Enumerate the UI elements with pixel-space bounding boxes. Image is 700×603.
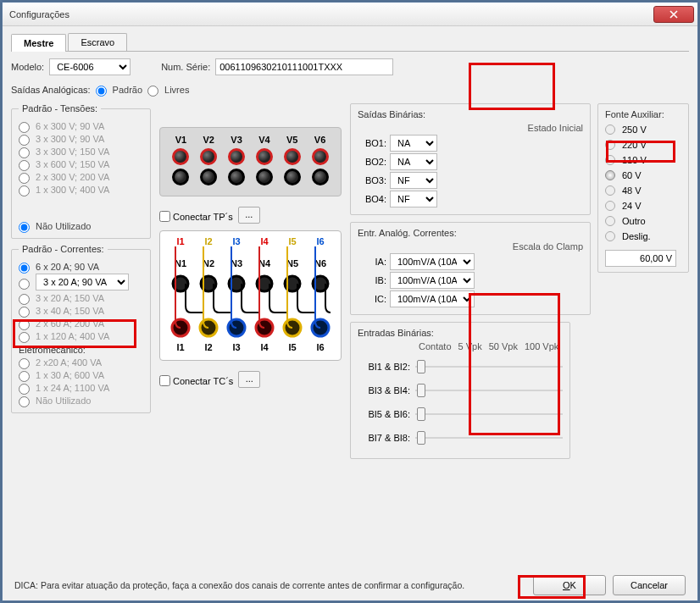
content-area: Mestre Escravo Modelo: CE-6006 Num. Séri… <box>3 26 697 600</box>
model-label: Modelo: <box>11 62 44 72</box>
corr-opt-3[interactable]: 3 x 40 A; 150 VA <box>19 305 143 316</box>
bi-legend: Entradas Binárias: <box>358 328 563 338</box>
svg-text:N1: N1 <box>175 258 186 268</box>
svg-text:I1: I1 <box>176 342 184 352</box>
analog-livres[interactable]: Livres <box>147 84 189 95</box>
radio-icon <box>605 155 615 165</box>
svg-text:I6: I6 <box>316 236 324 246</box>
tabs: Mestre Escravo <box>11 33 689 52</box>
correntes-group: Padrão - Correntes: 6 x 20 A; 90 VA 3 x … <box>11 244 151 413</box>
serial-input[interactable] <box>215 58 393 75</box>
svg-text:I5: I5 <box>288 342 296 352</box>
corr-opt-5[interactable]: 1 x 120 A; 400 VA <box>19 330 143 341</box>
bi78-slider[interactable] <box>415 429 563 446</box>
svg-text:I5: I5 <box>288 236 296 246</box>
corr-opt-2[interactable]: 3 x 20 A; 150 VA <box>19 292 143 303</box>
window-title: Configurações <box>6 9 653 19</box>
conectar-tp[interactable]: Conectar TP´s <box>159 209 233 222</box>
tens-opt-1[interactable]: 3 x 300 V; 90 VA <box>19 133 143 144</box>
radio-icon <box>605 216 615 226</box>
conectar-tc[interactable]: Conectar TC´s <box>159 373 233 386</box>
svg-text:I2: I2 <box>204 236 212 246</box>
fa-opt-0[interactable]: 250 V <box>605 124 681 135</box>
current-diagram: I1I2I3I4I5I6 N1N2N3N4N5N6 I1I2I3I4I5I6 <box>159 230 342 361</box>
tensoes-legend: Padrão - Tensões: <box>19 103 101 113</box>
svg-text:N4: N4 <box>258 258 271 268</box>
tc-more-button[interactable]: ... <box>238 371 260 388</box>
serial-label: Num. Série: <box>161 62 210 72</box>
fa-opt-2[interactable]: 110 V <box>605 155 681 165</box>
tab-escravo[interactable]: Escravo <box>68 33 127 51</box>
elec-opt-1[interactable]: 1 x 30 A; 600 VA <box>19 369 143 380</box>
ok-button[interactable]: OK <box>533 575 606 595</box>
tens-opt-4[interactable]: 2 x 300 V; 200 VA <box>19 171 143 182</box>
fa-opt-6[interactable]: Outro <box>605 216 681 226</box>
fa-voltage-input[interactable] <box>605 250 676 267</box>
svg-text:I3: I3 <box>232 342 240 352</box>
titlebar: Configurações <box>3 3 697 26</box>
svg-text:I6: I6 <box>316 342 324 352</box>
bi12-slider[interactable] <box>415 358 563 375</box>
tens-opt-2[interactable]: 3 x 300 V; 150 VA <box>19 146 143 157</box>
ic-select[interactable]: 100mV/A (10A) <box>390 290 475 307</box>
corr-opt-0[interactable]: 6 x 20 A; 90 VA <box>19 261 143 272</box>
svg-text:I4: I4 <box>260 236 269 246</box>
voltage-diagram: V1V2V3V4V5V6 <box>159 127 342 196</box>
svg-text:I4: I4 <box>260 342 269 352</box>
svg-text:N6: N6 <box>314 258 326 268</box>
tab-mestre[interactable]: Mestre <box>11 34 66 52</box>
fa-opt-5[interactable]: 24 V <box>605 201 681 211</box>
elec-opt-0[interactable]: 2 x20 A; 400 VA <box>19 357 143 368</box>
corr-opt-1[interactable]: 3 x 20 A; 90 VA <box>19 274 143 290</box>
fa-opt-7[interactable]: Deslig. <box>605 231 681 241</box>
svg-text:I3: I3 <box>232 236 240 246</box>
bo-legend: Saídas Binárias: <box>358 109 583 119</box>
radio-icon <box>605 140 615 150</box>
tensoes-group: Padrão - Tensões: 6 x 300 V; 90 VA 3 x 3… <box>11 103 151 239</box>
elec-opt-2[interactable]: 1 x 24 A; 1100 VA <box>19 382 143 393</box>
tens-opt-0[interactable]: 6 x 300 V; 90 VA <box>19 120 143 131</box>
analog-padrao[interactable]: Padrão <box>96 84 142 95</box>
close-button[interactable] <box>653 6 694 23</box>
bo3-select[interactable]: NF <box>390 172 437 189</box>
radio-icon <box>605 201 615 211</box>
fa-legend: Fonte Auxiliar: <box>605 109 681 119</box>
bo2-select[interactable]: NA <box>390 153 437 170</box>
bo-group: Saídas Binárias: Estado Inicial BO1:NA B… <box>350 103 591 215</box>
svg-text:I2: I2 <box>204 342 212 352</box>
analog-out-label: Saídas Analógicas: <box>11 85 91 95</box>
bi56-slider[interactable] <box>415 406 563 423</box>
radio-icon <box>605 231 615 241</box>
clamp-group: Entr. Analóg. Correntes: Escala do Clamp… <box>350 222 591 315</box>
corr-nao-util[interactable]: Não Utilizado <box>19 395 143 406</box>
clamp-sub: Escala do Clamp <box>358 241 583 252</box>
svg-text:N3: N3 <box>231 258 242 268</box>
fa-opt-3[interactable]: 60 V <box>605 170 681 180</box>
model-select[interactable]: CE-6006 <box>49 58 131 75</box>
close-icon <box>669 10 678 19</box>
tens-nao-util[interactable]: Não Utilizado <box>19 220 143 231</box>
correntes-legend: Padrão - Correntes: <box>19 244 108 254</box>
ia-select[interactable]: 100mV/A (10A) <box>390 253 475 270</box>
clamp-legend: Entr. Analóg. Correntes: <box>358 228 583 238</box>
radio-icon <box>605 185 615 196</box>
svg-text:N2: N2 <box>203 258 214 268</box>
tens-opt-3[interactable]: 3 x 600 V; 150 VA <box>19 158 143 169</box>
bo-sub: Estado Inicial <box>358 123 583 133</box>
svg-text:N5: N5 <box>286 258 298 268</box>
ib-select[interactable]: 100mV/A (10A) <box>390 272 475 289</box>
bi34-slider[interactable] <box>415 382 563 399</box>
radio-icon <box>605 124 615 135</box>
corr-opt-4[interactable]: 2 x 60 A; 200 VA <box>19 318 143 329</box>
elec-label: Eletromecânico: <box>19 345 143 355</box>
bo1-select[interactable]: NA <box>390 135 437 152</box>
tp-more-button[interactable]: ... <box>238 207 260 224</box>
tens-opt-5[interactable]: 1 x 300 V; 400 VA <box>19 184 143 195</box>
fa-opt-1[interactable]: 220 V <box>605 140 681 150</box>
radio-icon <box>605 170 615 180</box>
hint-text: DICA: Para evitar atuação da proteção, f… <box>14 580 526 590</box>
svg-text:I1: I1 <box>176 236 184 246</box>
fa-opt-4[interactable]: 48 V <box>605 185 681 196</box>
bo4-select[interactable]: NF <box>390 191 437 207</box>
cancel-button[interactable]: Cancelar <box>613 575 686 595</box>
